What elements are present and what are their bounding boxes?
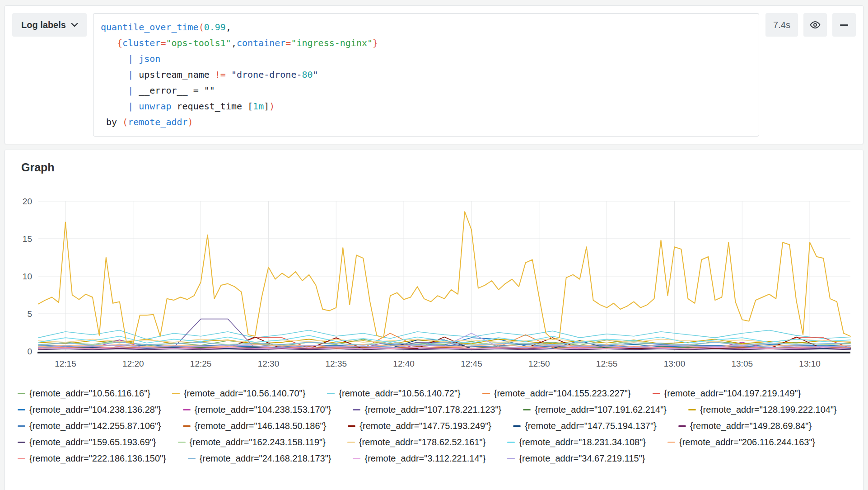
legend-label: {remote_addr="147.75.194.137"} — [525, 421, 657, 431]
query-editor[interactable]: quantile_over_time(0.99, {cluster="ops-t… — [93, 13, 759, 137]
legend-label: {remote_addr="159.65.193.69"} — [29, 437, 156, 448]
legend-color-swatch — [178, 442, 186, 443]
legend-color-swatch — [348, 425, 355, 427]
graph-panel: Graph 0510152012:1512:2012:2512:3012:351… — [5, 150, 863, 490]
legend-item[interactable]: {remote_addr="104.238.153.170"} — [183, 405, 331, 415]
x-tick-label: 12:45 — [461, 359, 482, 368]
y-tick-label: 10 — [23, 272, 32, 281]
log-labels-label: Log labels — [21, 20, 66, 30]
y-tick-label: 5 — [27, 309, 32, 319]
legend-label: {remote_addr="104.238.153.170"} — [195, 405, 331, 415]
legend-color-swatch — [183, 425, 191, 427]
legend-color-swatch — [353, 409, 360, 410]
legend-label: {remote_addr="107.191.62.214"} — [535, 405, 667, 415]
legend-item[interactable]: {remote_addr="149.28.69.84"} — [678, 421, 812, 431]
legend-label: {remote_addr="18.231.34.108"} — [519, 437, 646, 448]
x-tick-label: 12:55 — [596, 359, 618, 368]
x-tick-label: 12:40 — [393, 359, 415, 368]
legend-label: {remote_addr="10.56.140.72"} — [339, 388, 460, 399]
legend-color-swatch — [183, 409, 191, 410]
x-tick-label: 12:15 — [55, 359, 76, 368]
legend-label: {remote_addr="147.75.193.249"} — [359, 421, 491, 431]
query-code: quantile_over_time(0.99, {cluster="ops-t… — [101, 19, 751, 130]
legend-item[interactable]: {remote_addr="222.186.136.150"} — [18, 453, 166, 464]
legend-label: {remote_addr="149.28.69.84"} — [690, 421, 812, 431]
legend-item[interactable]: {remote_addr="107.178.221.123"} — [353, 405, 501, 415]
series-line-159.65.193.69 — [38, 349, 850, 350]
legend-color-swatch — [172, 393, 180, 394]
graph-title: Graph — [21, 161, 852, 174]
legend-label: {remote_addr="142.255.87.106"} — [29, 421, 161, 431]
legend-color-swatch — [18, 393, 25, 394]
legend-item[interactable]: {remote_addr="10.56.140.72"} — [327, 388, 460, 399]
legend-label: {remote_addr="178.62.52.161"} — [359, 437, 486, 448]
legend-item[interactable]: {remote_addr="147.75.194.137"} — [513, 421, 657, 431]
legend-item[interactable]: {remote_addr="104.155.223.227"} — [482, 388, 631, 399]
query-line: quantile_over_time(0.99, — [101, 19, 751, 35]
legend-label: {remote_addr="162.243.158.119"} — [190, 437, 326, 448]
legend-item[interactable]: {remote_addr="24.168.218.173"} — [188, 453, 331, 464]
legend-label: {remote_addr="206.116.244.163"} — [679, 437, 815, 448]
legend-color-swatch — [678, 425, 686, 427]
y-tick-label: 15 — [23, 234, 32, 244]
chevron-down-icon — [71, 23, 78, 27]
legend-item[interactable]: {remote_addr="18.231.34.108"} — [507, 437, 646, 448]
x-tick-label: 12:35 — [325, 359, 347, 368]
query-line: | __error__ = "" — [101, 83, 751, 99]
legend-label: {remote_addr="24.168.218.173"} — [200, 453, 331, 464]
query-duration: 7.4s — [773, 20, 790, 30]
preview-button[interactable] — [803, 13, 827, 37]
x-tick-label: 13:00 — [664, 359, 686, 368]
legend-label: {remote_addr="107.178.221.123"} — [364, 405, 501, 415]
graph-canvas[interactable]: 0510152012:1512:2012:2512:3012:3512:4012… — [16, 198, 853, 375]
legend-color-swatch — [327, 393, 335, 394]
legend-item[interactable]: {remote_addr="128.199.222.104"} — [688, 405, 837, 415]
legend-color-swatch — [667, 442, 675, 443]
x-tick-label: 12:30 — [258, 359, 280, 368]
legend-item[interactable]: {remote_addr="10.56.116.16"} — [18, 388, 150, 399]
legend-item[interactable]: {remote_addr="147.75.193.249"} — [348, 421, 491, 431]
graph-legend: {remote_addr="10.56.116.16"}{remote_addr… — [16, 388, 852, 464]
query-line: | json — [101, 51, 751, 67]
legend-label: {remote_addr="3.112.221.14"} — [364, 453, 485, 464]
legend-label: {remote_addr="146.148.50.186"} — [195, 421, 327, 431]
legend-item[interactable]: {remote_addr="10.56.140.70"} — [172, 388, 305, 399]
legend-color-swatch — [688, 409, 696, 410]
legend-item[interactable]: {remote_addr="146.148.50.186"} — [183, 421, 327, 431]
query-line: {cluster="ops-tools1",container="ingress… — [101, 35, 751, 51]
legend-item[interactable]: {remote_addr="107.191.62.214"} — [523, 405, 667, 415]
legend-color-swatch — [507, 458, 515, 459]
query-line: | unwrap request_time [1m]) — [101, 99, 751, 114]
legend-item[interactable]: {remote_addr="3.112.221.14"} — [353, 453, 485, 464]
legend-item[interactable]: {remote_addr="104.238.136.28"} — [18, 405, 161, 415]
log-labels-button[interactable]: Log labels — [12, 13, 87, 37]
legend-item[interactable]: {remote_addr="159.65.193.69"} — [18, 437, 156, 448]
legend-color-swatch — [188, 458, 196, 459]
legend-item[interactable]: {remote_addr="142.255.87.106"} — [18, 421, 161, 431]
legend-color-swatch — [18, 409, 25, 410]
query-duration-badge: 7.4s — [765, 13, 798, 37]
legend-color-swatch — [18, 442, 25, 443]
x-tick-label: 12:50 — [528, 359, 550, 368]
eye-icon — [810, 19, 821, 30]
legend-color-swatch — [513, 425, 521, 427]
legend-item[interactable]: {remote_addr="206.116.244.163"} — [667, 437, 815, 448]
y-tick-label: 0 — [27, 347, 32, 356]
legend-item[interactable]: {remote_addr="178.62.52.161"} — [347, 437, 486, 448]
legend-item[interactable]: {remote_addr="162.243.158.119"} — [178, 437, 326, 448]
legend-color-swatch — [347, 442, 355, 443]
query-controls: 7.4s — [765, 13, 856, 37]
remove-query-button[interactable] — [832, 13, 856, 37]
legend-label: {remote_addr="104.197.219.149"} — [664, 388, 801, 399]
legend-color-swatch — [482, 393, 490, 394]
legend-item[interactable]: {remote_addr="34.67.219.115"} — [507, 453, 645, 464]
legend-label: {remote_addr="222.186.136.150"} — [29, 453, 166, 464]
legend-color-swatch — [18, 425, 25, 427]
query-line: | upstream_name != "drone-drone-80" — [101, 67, 751, 83]
x-tick-label: 12:25 — [190, 359, 212, 368]
legend-label: {remote_addr="104.155.223.227"} — [494, 388, 631, 399]
y-tick-label: 20 — [23, 198, 32, 206]
x-tick-label: 13:05 — [731, 359, 753, 368]
legend-color-swatch — [353, 458, 360, 459]
legend-item[interactable]: {remote_addr="104.197.219.149"} — [653, 388, 801, 399]
